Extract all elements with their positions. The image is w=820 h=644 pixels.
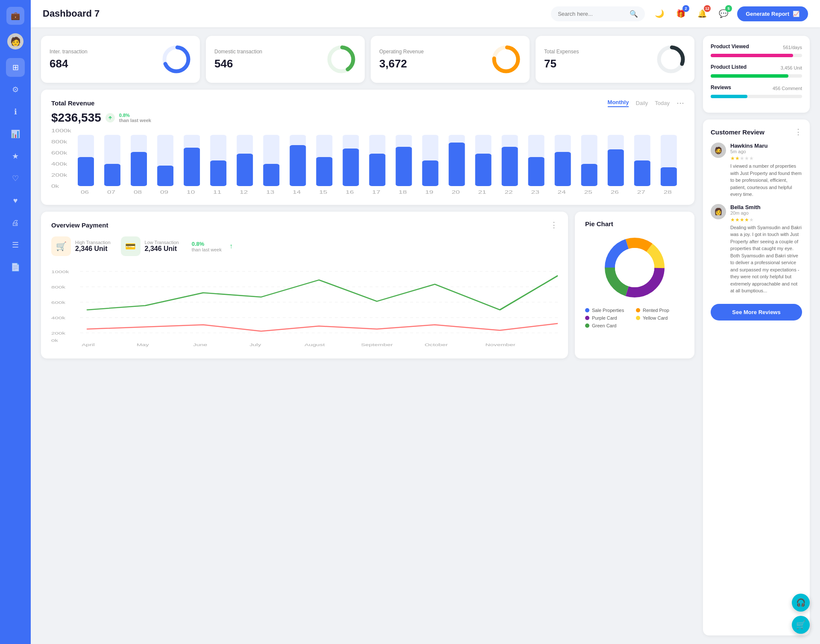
metric-label-reviews: Reviews xyxy=(711,85,731,90)
revenue-amount-value: $236,535 xyxy=(51,111,101,125)
svg-text:24: 24 xyxy=(558,190,566,195)
review-more-options[interactable]: ⋮ xyxy=(794,127,802,137)
low-transaction-info: Low Transaction 2,346 Unit xyxy=(145,240,179,253)
revenue-change-label: than last week xyxy=(119,118,151,123)
low-transaction-value: 2,346 Unit xyxy=(145,245,179,253)
see-more-reviews-button[interactable]: See More Reviews xyxy=(711,304,802,321)
stat-label-expenses: Total Expenses xyxy=(544,49,579,55)
svg-rect-44 xyxy=(157,166,173,186)
svg-rect-80 xyxy=(634,160,650,186)
stat-value-expenses: 75 xyxy=(544,57,579,70)
svg-text:10: 10 xyxy=(187,190,195,195)
sidebar-item-chart[interactable]: 📊 xyxy=(6,125,25,143)
svg-rect-38 xyxy=(78,157,94,186)
svg-text:27: 27 xyxy=(637,190,645,195)
svg-rect-46 xyxy=(184,148,200,186)
svg-rect-52 xyxy=(263,164,279,186)
svg-rect-58 xyxy=(343,149,359,186)
svg-text:400k: 400k xyxy=(51,316,66,320)
tab-today[interactable]: Today xyxy=(655,100,670,106)
search-input[interactable] xyxy=(558,11,626,17)
tab-monthly[interactable]: Monthly xyxy=(608,99,629,107)
tab-daily[interactable]: Daily xyxy=(636,100,648,106)
revenue-bar-chart: 1000k 800k 600k 400k 200k 0k 06 07 08 09… xyxy=(51,126,684,195)
svg-text:800k: 800k xyxy=(51,140,68,144)
dark-mode-button[interactable]: 🌙 xyxy=(652,6,667,21)
content-area: Inter. transaction 684 Domestic transact… xyxy=(31,27,820,644)
donut-inter xyxy=(161,44,191,74)
header-icons: 🌙 🎁 2 🔔 12 💬 5 Generate Report 📈 xyxy=(652,6,808,21)
sidebar-item-document[interactable]: 📄 xyxy=(6,258,25,277)
content-left: Inter. transaction 684 Domestic transact… xyxy=(41,36,694,635)
reviewer-time-hawkins: 5m ago xyxy=(730,149,802,154)
svg-text:May: May xyxy=(137,343,149,347)
low-transaction-icon: 💳 xyxy=(121,236,141,256)
stat-value-domestic: 546 xyxy=(214,57,262,70)
revenue-tabs: Monthly Daily Today ⋯ xyxy=(608,98,684,108)
reviewer-name-hawkins: Hawkins Maru xyxy=(730,143,802,149)
metrics-card: Product Viewed 561/days Product Listed 3… xyxy=(703,36,810,113)
chat-button[interactable]: 💬 5 xyxy=(716,6,731,21)
main-area: Dashboard 7 🔍 🌙 🎁 2 🔔 12 💬 5 Generate Re xyxy=(31,0,820,644)
overview-more-options[interactable]: ⋮ xyxy=(550,220,558,230)
stat-card-operating: Operating Revenue 3,672 xyxy=(371,36,530,83)
pie-legend: Sale Properties Rented Prop Purple Card xyxy=(585,308,684,328)
svg-rect-70 xyxy=(502,147,518,186)
svg-text:200k: 200k xyxy=(51,173,68,178)
svg-text:08: 08 xyxy=(134,190,142,195)
print-icon: 🖨 xyxy=(12,219,19,227)
sidebar-item-dashboard[interactable]: ⊞ xyxy=(6,58,25,77)
stat-card-expenses: Total Expenses 75 xyxy=(536,36,694,83)
legend-rented-prop: Rented Prop xyxy=(636,308,684,313)
high-transaction-icon: 🛒 xyxy=(51,236,71,256)
legend-sale-properties: Sale Properties xyxy=(585,308,633,313)
headset-fab[interactable]: 🎧 xyxy=(792,594,810,612)
svg-point-107 xyxy=(615,248,654,287)
high-transaction-info: High Transaction 2,346 Unit xyxy=(75,240,111,253)
reviewer-time-bella: 20m ago xyxy=(730,210,802,216)
bell-button[interactable]: 🔔 12 xyxy=(694,6,710,21)
sidebar-item-print[interactable]: 🖨 xyxy=(6,213,25,232)
low-transaction-pct: 0.8% xyxy=(192,241,222,247)
sidebar-item-star[interactable]: ★ xyxy=(6,147,25,166)
revenue-header: Total Revenue Monthly Daily Today ⋯ xyxy=(51,98,684,108)
cart-fab[interactable]: 🛒 xyxy=(792,616,810,634)
sidebar-item-info[interactable]: ℹ xyxy=(6,102,25,121)
heart-outline-icon: ♡ xyxy=(12,174,19,183)
sidebar-item-list[interactable]: ☰ xyxy=(6,236,25,254)
svg-text:16: 16 xyxy=(346,190,354,195)
svg-text:1000k: 1000k xyxy=(51,270,69,274)
svg-rect-50 xyxy=(237,154,253,186)
reviewer-text-bella: Dealing with Syamsudin and Bakri was a j… xyxy=(730,224,802,294)
svg-text:18: 18 xyxy=(398,190,407,195)
svg-text:400k: 400k xyxy=(51,162,68,166)
gift-button[interactable]: 🎁 2 xyxy=(673,6,688,21)
revenue-change-pct: 0.8% xyxy=(119,113,151,118)
customer-review-card: Customer Review ⋮ 🧔 Hawkins Maru 5m ago … xyxy=(703,119,810,635)
sidebar-item-settings[interactable]: ⚙ xyxy=(6,80,25,99)
legend-dot-green xyxy=(585,323,589,328)
metric-header-reviews: Reviews 456 Comment xyxy=(711,85,802,92)
metric-value-viewed: 561/days xyxy=(783,45,802,50)
legend-label-sale: Sale Properties xyxy=(592,308,624,313)
svg-rect-82 xyxy=(661,167,677,186)
svg-rect-40 xyxy=(104,164,120,186)
svg-text:1000k: 1000k xyxy=(51,128,72,133)
overview-header: Overview Payment ⋮ xyxy=(51,220,558,230)
high-transaction-stat: 🛒 High Transaction 2,346 Unit xyxy=(51,236,111,256)
progress-bar-viewed xyxy=(711,54,793,57)
revenue-more-options[interactable]: ⋯ xyxy=(676,98,684,108)
sidebar-item-heart[interactable]: ♥ xyxy=(6,191,25,210)
pie-chart-card: Pie Chart xyxy=(575,212,694,358)
svg-text:26: 26 xyxy=(611,190,619,195)
low-transaction-change-label: than last week xyxy=(192,247,222,252)
stat-value-operating: 3,672 xyxy=(379,57,424,70)
legend-purple-card: Purple Card xyxy=(585,315,633,321)
legend-label-yellow: Yellow Card xyxy=(643,315,668,321)
svg-text:19: 19 xyxy=(425,190,433,195)
search-box[interactable]: 🔍 xyxy=(551,6,645,21)
generate-report-button[interactable]: Generate Report 📈 xyxy=(737,6,808,21)
info-icon: ℹ xyxy=(14,107,17,117)
sidebar-item-heart-outline[interactable]: ♡ xyxy=(6,169,25,188)
svg-text:June: June xyxy=(193,343,207,347)
